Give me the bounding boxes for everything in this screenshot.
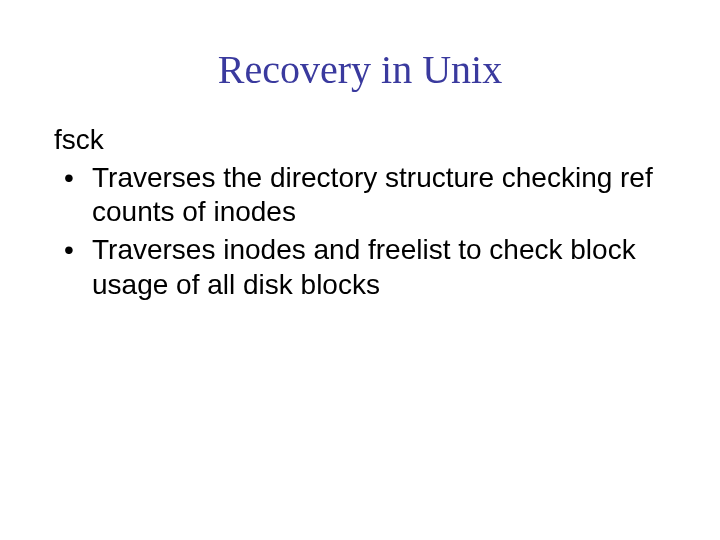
slide-title: Recovery in Unix: [0, 0, 720, 123]
slide-body: fsck Traverses the directory structure c…: [0, 123, 720, 302]
subheading: fsck: [54, 123, 666, 157]
list-item: Traverses the directory structure checki…: [54, 161, 666, 229]
list-item: Traverses inodes and freelist to check b…: [54, 233, 666, 301]
bullet-list: Traverses the directory structure checki…: [54, 161, 666, 302]
